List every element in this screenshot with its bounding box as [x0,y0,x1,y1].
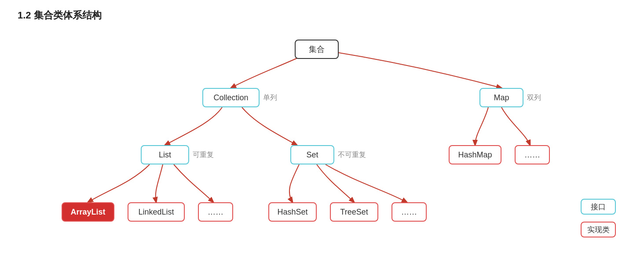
node-mapdots: …… [515,145,550,164]
node-arraylist: ArrayList [62,202,114,222]
set-sublabel: 不可重复 [338,150,366,160]
main-container: 1.2 集合类体系结构 [0,0,644,270]
node-linkedlist: LinkedList [128,202,185,222]
legend-interface: 接口 [581,199,616,215]
node-list: List [141,145,189,164]
node-map: Map [479,88,523,107]
node-hashset: HashSet [268,202,317,222]
legend-impl: 实现类 [581,222,616,237]
node-hashmap: HashMap [449,145,501,164]
node-root: 集合 [295,40,339,59]
legend-interface-box: 接口 [581,199,616,215]
node-set: Set [290,145,334,164]
node-collection: Collection [202,88,260,107]
page-title: 1.2 集合类体系结构 [18,9,626,22]
node-setdots: …… [392,202,427,222]
node-listdots: …… [198,202,233,222]
node-treeset: TreeSet [330,202,378,222]
list-sublabel: 可重复 [193,150,214,160]
map-sublabel: 双列 [527,93,541,102]
legend-impl-box: 实现类 [581,222,616,237]
diagram: 集合 Collection 单列 Map 双列 List 可重复 Set 不可重… [18,26,625,264]
legend: 接口 实现类 [581,199,616,237]
collection-sublabel: 单列 [263,93,277,102]
